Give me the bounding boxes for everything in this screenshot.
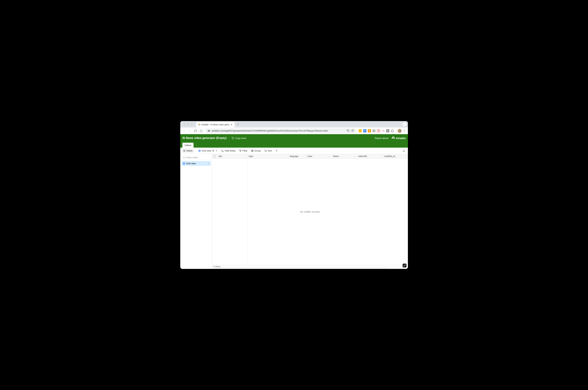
svg-point-2 — [208, 130, 208, 130]
extension-icon[interactable]: ✹ — [368, 129, 371, 132]
empty-message: No visible records — [300, 210, 320, 213]
chevron-down-icon: ⌄ — [303, 155, 304, 157]
column-header-title[interactable]: title⌄ — [217, 154, 247, 159]
row-height-icon — [275, 149, 278, 152]
column-header-videourl[interactable]: videoURL⌄ — [357, 154, 383, 159]
address-bar[interactable]: airtable.com/applK07pywawxN4cH/shrCSYklR… — [205, 128, 356, 133]
extension-icon[interactable]: M — [363, 129, 366, 132]
grid-icon — [198, 149, 201, 152]
check-icon: ✓ — [207, 162, 209, 165]
app-header: AI News video generator (Empty) Copy bas… — [180, 134, 408, 142]
table-tab-menu[interactable] — [194, 143, 198, 148]
svg-rect-5 — [233, 138, 234, 139]
tab-dropdown-button[interactable]: ⌄ — [402, 122, 406, 126]
column-header-voice[interactable]: voice⌄ — [306, 154, 332, 159]
svg-point-14 — [213, 150, 213, 151]
extension-icon[interactable]: ✦ — [386, 129, 389, 132]
people-icon — [212, 149, 215, 152]
airtable-logo-icon — [392, 136, 395, 140]
reload-button[interactable] — [193, 128, 198, 133]
divider — [229, 137, 229, 140]
eye-off-icon — [221, 149, 224, 152]
svg-point-24 — [183, 156, 185, 158]
select-all-checkbox[interactable] — [213, 155, 216, 157]
new-tab-button[interactable]: + — [235, 122, 240, 127]
filter-button[interactable]: Filter — [238, 149, 249, 153]
chevron-down-icon: ⌄ — [354, 155, 355, 157]
grid-view-button[interactable]: Grid view — [197, 149, 219, 153]
svg-point-22 — [403, 150, 404, 151]
copy-base-button[interactable]: Copy base — [232, 137, 246, 140]
group-button[interactable]: Group — [250, 149, 262, 153]
table-tab-videos[interactable]: Videos — [182, 143, 194, 148]
svg-rect-18 — [251, 151, 253, 152]
site-settings-icon[interactable] — [207, 129, 210, 132]
column-headers: title⌄ topic⌄ language⌄ voice⌄ Status⌄ v… — [212, 154, 408, 159]
grid-icon — [183, 162, 185, 165]
forward-button[interactable] — [187, 128, 192, 133]
search-icon — [183, 156, 185, 159]
find-view-placeholder: Find a view — [186, 156, 198, 159]
maximize-window[interactable] — [191, 123, 193, 125]
svg-rect-17 — [251, 150, 253, 151]
scrollbar-thumb[interactable] — [213, 268, 389, 268]
extension-icon[interactable] — [359, 129, 362, 132]
home-button[interactable] — [199, 128, 204, 133]
hide-fields-button[interactable]: Hide fields — [220, 149, 237, 153]
browser-tab[interactable]: Airtable - AI News video gene ✕ — [196, 122, 235, 127]
tab-title: Airtable - AI News video gene — [201, 123, 229, 126]
chevron-down-icon — [215, 149, 218, 152]
column-header-modified-at[interactable]: modified_at⌄ — [383, 154, 408, 159]
search-button[interactable] — [401, 149, 406, 153]
sidebar-view-label: Grid view — [186, 162, 196, 165]
chevron-down-icon: ⌄ — [244, 155, 246, 157]
close-window[interactable] — [184, 123, 186, 125]
chevron-down-icon: ⌄ — [329, 155, 330, 157]
table-tabs: Videos — [180, 142, 408, 148]
horizontal-scrollbar[interactable] — [213, 268, 406, 268]
filter-icon — [239, 149, 241, 152]
column-header-language[interactable]: language⌄ — [288, 154, 306, 159]
main-area: Find a view Grid view ✓ title⌄ topic⌄ la… — [180, 154, 408, 269]
record-count: 0 videos — [213, 265, 221, 268]
chevron-down-icon: ⌄ — [285, 155, 287, 157]
close-tab-icon[interactable]: ✕ — [230, 123, 233, 126]
views-label: Views — [187, 149, 193, 152]
eye-off-icon[interactable] — [347, 129, 350, 132]
url-text: airtable.com/applK07pywawxN4cH/shrCSYklR… — [212, 129, 345, 132]
airtable-favicon-icon — [198, 123, 200, 126]
extensions-puzzle-icon[interactable] — [391, 129, 394, 132]
svg-marker-4 — [352, 129, 354, 132]
profile-avatar[interactable] — [398, 129, 401, 133]
link-badge-icon[interactable] — [403, 264, 406, 267]
sidebar-view-grid[interactable]: Grid view ✓ — [181, 161, 211, 166]
row-height-button[interactable] — [274, 149, 279, 153]
chevron-down-icon: ⌄ — [380, 155, 381, 157]
report-abuse-link[interactable]: Report abuse — [375, 137, 389, 140]
views-button[interactable]: Views — [182, 149, 194, 153]
svg-line-23 — [404, 151, 405, 152]
extensions-area: M ✹ K new ✦ — [358, 129, 395, 132]
sort-button[interactable]: Sort — [263, 149, 273, 153]
svg-point-3 — [209, 131, 209, 131]
filter-label: Filter — [242, 149, 248, 152]
group-icon — [251, 149, 254, 152]
column-header-status[interactable]: Status⌄ — [332, 154, 357, 159]
bookmark-star-icon[interactable] — [351, 129, 354, 132]
find-view-input[interactable]: Find a view — [181, 155, 211, 160]
extension-icon[interactable]: K — [372, 129, 376, 132]
base-title: AI News video generator (Empty) — [182, 137, 227, 140]
browser-menu-button[interactable] — [402, 129, 406, 132]
svg-rect-9 — [199, 150, 200, 152]
column-header-topic[interactable]: topic⌄ — [247, 154, 288, 159]
chevron-down-icon: ⌄ — [405, 155, 406, 157]
back-button[interactable] — [182, 128, 187, 133]
browser-chrome: Airtable - AI News video gene ✕ + ⌄ airt… — [180, 121, 408, 134]
minimize-window[interactable] — [187, 123, 189, 125]
browser-window: Airtable - AI News video gene ✕ + ⌄ airt… — [180, 121, 408, 269]
extension-icon[interactable] — [377, 129, 380, 132]
extension-icon[interactable]: new — [382, 129, 385, 132]
airtable-logo[interactable]: Airtable — [392, 136, 406, 140]
select-all-column[interactable] — [212, 154, 217, 159]
empty-state: No visible records — [212, 159, 408, 265]
